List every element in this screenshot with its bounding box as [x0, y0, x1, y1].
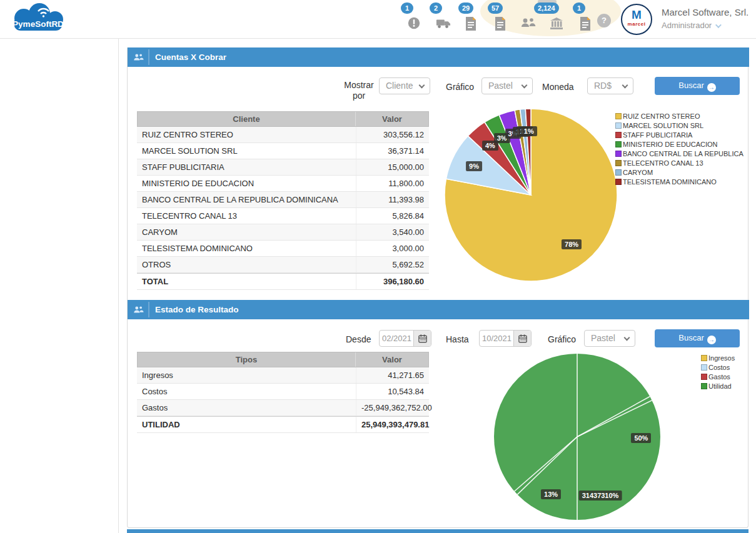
svg-text:PymeSoftRD: PymeSoftRD: [13, 19, 64, 29]
legend-label: MARCEL SOLUTION SRL: [623, 122, 703, 129]
truck-icon: [436, 16, 451, 30]
results-panel-icon: [128, 300, 148, 319]
legend-item[interactable]: MARCEL SOLUTION SRL: [615, 122, 743, 131]
receipts-indicator[interactable]: 1: [575, 9, 597, 34]
legend-swatch: [615, 169, 622, 176]
cell-value: 5,826.84: [356, 208, 429, 224]
header-divider: [148, 302, 149, 317]
results-pie-chart[interactable]: 50%13%31437310%: [490, 349, 665, 524]
legend-item[interactable]: BANCO CENTRAL DE LA REPUBLICA: [615, 150, 743, 159]
chevron-down-icon: [419, 82, 425, 89]
receivables-legend: RUIZ CENTRO STEREOMARCEL SOLUTION SRLSTA…: [615, 112, 743, 187]
cell-value: 41,271.65: [356, 367, 429, 383]
legend-label: CARYOM: [623, 169, 653, 176]
table-row: STAFF PUBLICITARIA15,000.00: [137, 159, 429, 176]
results-legend: IngresosCostosGastosUtilidad: [701, 354, 735, 392]
pie-percent-label: 31437310%: [579, 491, 622, 501]
table-row: TELECENTRO CANAL 135,826.84: [137, 208, 429, 224]
hasta-calendar-button[interactable]: [513, 331, 531, 347]
group-icon: [133, 52, 144, 63]
mostrar-por-select[interactable]: Cliente: [379, 77, 430, 94]
company-avatar[interactable]: M marcel: [621, 4, 652, 35]
chevron-down-icon: [715, 22, 722, 28]
buscar2-button[interactable]: Buscar→: [655, 329, 740, 347]
sidebar: [0, 39, 119, 533]
column-header: Tipos: [138, 352, 355, 367]
bank-icon: [549, 16, 564, 31]
moneda-label: Moneda: [542, 82, 574, 92]
dashboard-page: PymeSoftRD 1 2 29: [0, 0, 756, 533]
table-row: Gastos-25,949,362,752.00: [137, 400, 429, 416]
app-logo[interactable]: PymeSoftRD: [5, 3, 70, 36]
legend-label: STAFF PUBLICITARIA: [623, 131, 692, 139]
legend-label: RUIZ CENTRO STEREO: [623, 112, 700, 120]
desde-calendar-button[interactable]: [413, 331, 431, 347]
legend-item[interactable]: RUIZ CENTRO STEREO: [615, 112, 743, 122]
cell-label: CARYOM: [137, 224, 356, 240]
legend-item[interactable]: Gastos: [701, 373, 735, 382]
legend-swatch: [615, 132, 622, 138]
cell-label: OTROS: [137, 257, 356, 272]
alerts-indicator[interactable]: 1: [403, 9, 425, 34]
cell-value: 10,543.84: [356, 384, 429, 399]
legend-item[interactable]: TELESISTEMA DOMINICANO: [615, 178, 743, 187]
receipt-count-badge: 1: [573, 2, 585, 14]
deliveries-indicator[interactable]: 2: [432, 9, 453, 34]
user-role-dropdown[interactable]: Administrador: [662, 21, 720, 30]
legend-item[interactable]: TELECENTRO CANAL 13: [615, 159, 743, 169]
top-header: PymeSoftRD 1 2 29: [0, 0, 756, 39]
cell-label: RUIZ CENTRO STEREO: [137, 127, 356, 142]
document-count-badge: 57: [488, 2, 503, 14]
legend-item[interactable]: Utilidad: [701, 382, 735, 392]
role-label: Administrador: [662, 21, 712, 30]
cell-value: 11,800.00: [356, 176, 429, 191]
moneda-select[interactable]: RD$: [587, 77, 633, 94]
hasta-date-input[interactable]: 10/2021: [479, 330, 532, 347]
grafico1-label: Gráfico: [446, 82, 474, 92]
arrow-circle-icon: →: [707, 336, 716, 344]
hasta-label: Hasta: [446, 334, 469, 344]
clients-indicator[interactable]: [517, 9, 538, 34]
invoices-indicator[interactable]: 29: [461, 9, 482, 34]
table-row: MINISTERIO DE EDUCACION11,800.00: [137, 176, 429, 192]
receivables-panel-icon: [128, 47, 148, 67]
documents-indicator[interactable]: 57: [490, 9, 512, 34]
cell-value: 15,000.00: [356, 159, 429, 175]
bank-indicator[interactable]: 2,124: [545, 9, 567, 34]
table-row: RUIZ CENTRO STEREO303,556.12: [137, 127, 429, 143]
legend-swatch: [701, 383, 707, 389]
table-row: Ingresos41,271.65: [137, 367, 429, 384]
legend-swatch: [615, 122, 622, 129]
cell-label: TELESISTEMA DOMINICANO: [137, 241, 356, 256]
help-icon[interactable]: ?: [597, 14, 611, 27]
grafico1-select[interactable]: Pastel: [481, 77, 533, 94]
receipt-icon: [579, 16, 592, 31]
panel1-title: Cuentas X Cobrar: [155, 47, 226, 67]
cloud-logo-icon: PymeSoftRD: [5, 3, 70, 36]
cell-value: -25,949,362,752.00: [356, 400, 429, 416]
chevron-down-icon: [622, 82, 628, 89]
receivables-pie-chart[interactable]: 78%9%4%3%3%1%1%1%: [440, 104, 622, 286]
cell-label: MINISTERIO DE EDUCACION: [137, 176, 356, 191]
legend-item[interactable]: MINISTERIO DE EDUCACION: [615, 141, 743, 150]
users-icon: [520, 16, 537, 30]
cell-label: STAFF PUBLICITARIA: [137, 159, 356, 175]
buscar1-button[interactable]: Buscar→: [655, 77, 740, 95]
moneda-value: RD$: [594, 81, 612, 91]
legend-item[interactable]: Ingresos: [701, 354, 735, 364]
desde-date-input[interactable]: 02/2021: [379, 330, 431, 347]
mostrar-por-label: Mostrar por: [343, 80, 375, 101]
table-row: TELESISTEMA DOMINICANO3,000.00: [137, 241, 429, 257]
legend-item[interactable]: CARYOM: [615, 169, 743, 178]
chevron-down-icon: [624, 335, 630, 341]
cell-value: 5,692.52: [356, 257, 429, 272]
grafico2-select[interactable]: Pastel: [584, 330, 635, 347]
legend-item[interactable]: STAFF PUBLICITARIA: [615, 131, 743, 141]
legend-item[interactable]: Costos: [701, 364, 735, 373]
panel1-header: Cuentas X Cobrar: [128, 47, 749, 67]
legend-label: TELECENTRO CANAL 13: [623, 159, 703, 167]
legend-swatch: [615, 151, 622, 157]
cell-label: Costos: [137, 384, 356, 399]
hasta-value: 10/2021: [480, 334, 514, 343]
cell-label: BANCO CENTRAL DE LA REPUBLICA DOMINICANA: [137, 192, 356, 207]
